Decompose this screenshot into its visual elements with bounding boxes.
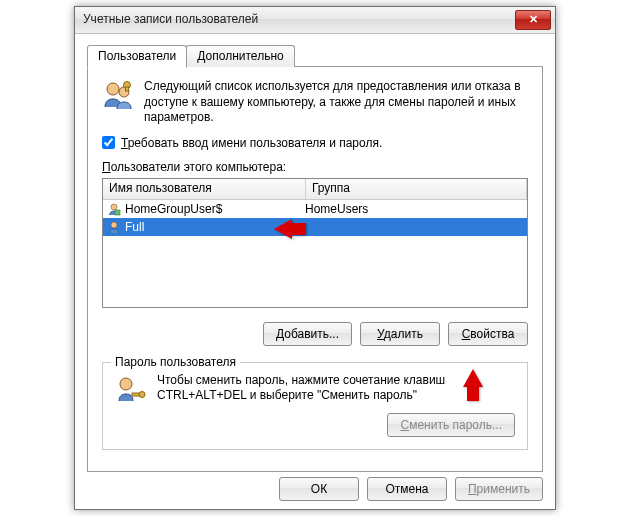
ok-button[interactable]: ОК bbox=[279, 477, 359, 501]
users-listview[interactable]: Имя пользователя Группа bbox=[102, 178, 528, 308]
tabstrip: Пользователи Дополнительно bbox=[87, 44, 543, 67]
require-login-label[interactable]: Требовать ввод имени пользователя и паро… bbox=[121, 136, 382, 150]
close-icon[interactable]: ✕ bbox=[515, 10, 551, 30]
password-group-legend: Пароль пользователя bbox=[111, 355, 240, 369]
user-icon bbox=[107, 220, 121, 234]
cell-username: Full bbox=[125, 220, 144, 234]
password-group: Пароль пользователя Чтобы сменить пароль… bbox=[102, 362, 528, 450]
column-header-username[interactable]: Имя пользователя bbox=[103, 179, 306, 199]
properties-button[interactable]: Свойства bbox=[448, 322, 528, 346]
list-item[interactable]: HomeGroupUser$ HomeUsers bbox=[103, 200, 527, 218]
add-user-button[interactable]: Добавить... bbox=[263, 322, 352, 346]
user-icon bbox=[107, 202, 121, 216]
tab-advanced[interactable]: Дополнительно bbox=[186, 45, 294, 67]
svg-point-6 bbox=[111, 222, 117, 228]
titlebar[interactable]: Учетные записи пользователей ✕ bbox=[75, 7, 555, 34]
svg-point-9 bbox=[139, 391, 145, 397]
svg-rect-3 bbox=[126, 87, 129, 91]
window-title: Учетные записи пользователей bbox=[83, 12, 258, 26]
users-list-label: Пользователи этого компьютера: bbox=[102, 160, 528, 174]
column-header-group[interactable]: Группа bbox=[306, 179, 527, 199]
cancel-button[interactable]: Отмена bbox=[367, 477, 447, 501]
svg-point-4 bbox=[111, 204, 117, 210]
listview-header[interactable]: Имя пользователя Группа bbox=[103, 179, 527, 200]
cell-group: HomeUsers bbox=[301, 202, 527, 216]
list-item[interactable]: Full bbox=[103, 218, 527, 236]
svg-point-0 bbox=[107, 83, 119, 95]
svg-rect-5 bbox=[115, 210, 120, 215]
require-login-checkbox[interactable] bbox=[102, 136, 115, 149]
user-accounts-dialog: Учетные записи пользователей ✕ Пользоват… bbox=[74, 6, 556, 510]
key-icon bbox=[115, 373, 147, 405]
password-hint-text: Чтобы сменить пароль, нажмите сочетание … bbox=[157, 373, 515, 405]
change-password-button: Сменить пароль... bbox=[387, 413, 515, 437]
remove-user-button[interactable]: Удалить bbox=[360, 322, 440, 346]
cell-username: HomeGroupUser$ bbox=[125, 202, 222, 216]
tab-panel-users: Следующий список используется для предос… bbox=[87, 66, 543, 472]
tab-users[interactable]: Пользователи bbox=[87, 45, 187, 68]
svg-point-7 bbox=[120, 378, 132, 390]
apply-button: Применить bbox=[455, 477, 543, 501]
users-icon bbox=[102, 79, 134, 111]
intro-text: Следующий список используется для предос… bbox=[144, 79, 528, 126]
